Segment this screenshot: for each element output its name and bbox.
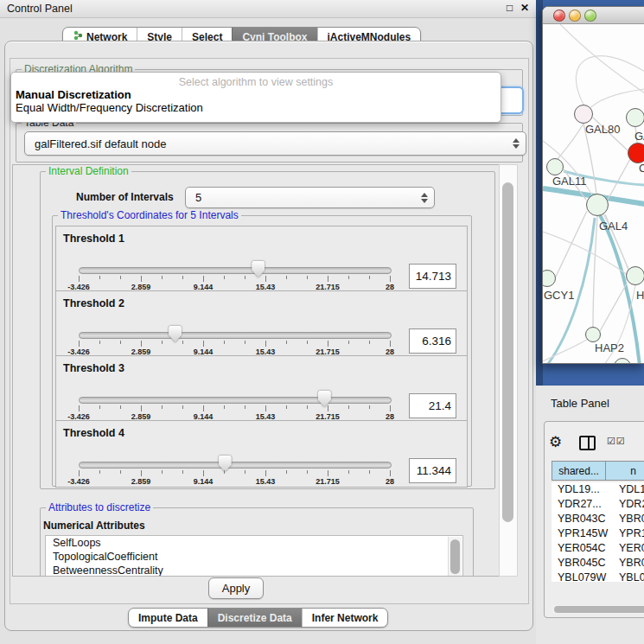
tab-impute-data[interactable]: Impute Data xyxy=(129,609,207,627)
table-cell: YBR045C xyxy=(552,556,613,571)
table-data-combobox[interactable]: galFiltered.sif default node xyxy=(24,131,526,156)
slider-ruler xyxy=(79,470,391,477)
node-table: shared... n YDL19...YDL1YDR27...YDR2YBR0… xyxy=(552,461,644,481)
popup-option-equal-width-frequency-discretization[interactable]: Equal Width/Frequency Discretization xyxy=(16,101,203,114)
number-of-intervals-combobox[interactable]: 5 xyxy=(185,187,435,208)
table-cell: YPR1 xyxy=(613,526,644,541)
apply-button[interactable]: Apply xyxy=(208,577,264,599)
popup-option-manual-discretization[interactable]: Manual Discretization xyxy=(16,88,131,101)
attributes-scrollbar[interactable] xyxy=(448,537,462,577)
network-window: GAL80GACGAL11GAL4HGCY1HAP2 xyxy=(542,6,644,364)
table-row[interactable]: YDL19...YDL1 xyxy=(552,482,644,497)
numerical-attributes-label: Numerical Attributes xyxy=(43,520,145,532)
tab-label: Infer Network xyxy=(312,612,379,624)
node-table-rows: YDL19...YDL1YDR27...YDR2YBR043CYBR0YPR14… xyxy=(552,482,644,582)
table-cell: YDR27... xyxy=(552,497,613,512)
tab-label: Discretize Data xyxy=(218,612,292,624)
stepper-icon xyxy=(513,138,520,149)
table-row[interactable]: YPR145WYPR1 xyxy=(552,526,644,541)
main-scrollbar[interactable] xyxy=(499,164,518,577)
attribute-items: SelfLoopsTopologicalCoefficientBetweenne… xyxy=(46,536,462,577)
node-gal80[interactable] xyxy=(574,105,593,124)
threshold-label: Threshold 2 xyxy=(63,297,124,309)
table-cell: YDL1 xyxy=(613,482,644,497)
threshold-label: Threshold 1 xyxy=(63,233,124,245)
node-label: GAL4 xyxy=(599,220,628,233)
number-of-intervals-label: Number of Intervals xyxy=(76,191,174,203)
network-view[interactable]: GAL80GACGAL11GAL4HGCY1HAP2 xyxy=(543,24,644,363)
threshold-value-field[interactable]: 21.4 xyxy=(409,393,456,418)
node-c[interactable] xyxy=(628,143,644,163)
table-cell: YBR0 xyxy=(613,556,644,571)
table-row[interactable]: YBL079WYBL0 xyxy=(552,571,644,582)
minimize-traffic-light[interactable] xyxy=(569,10,581,22)
table-hscroll-thumb[interactable] xyxy=(554,606,644,613)
popup-placeholder: Select algorithm to view settings xyxy=(11,76,501,88)
table-cell: YPR145W xyxy=(552,526,613,541)
bottom-tab-bar: Impute DataDiscretize DataInfer Network xyxy=(128,608,388,628)
slider-track[interactable] xyxy=(79,397,392,404)
slider-ruler xyxy=(79,341,391,348)
main-scroll-thumb[interactable] xyxy=(502,182,513,522)
close-traffic-light[interactable] xyxy=(553,10,565,22)
tab-infer-network[interactable]: Infer Network xyxy=(302,609,388,627)
threshold-panel-4: Threshold 4-3.4262.8599.14415.4321.71528… xyxy=(55,420,468,488)
split-columns-icon[interactable] xyxy=(579,436,596,450)
network-window-titlebar xyxy=(543,7,644,24)
gear-icon[interactable]: ⚙ xyxy=(549,433,562,451)
slider-tick-labels: -3.4262.8599.14415.4321.71528 xyxy=(79,477,391,486)
settings-viewport: Interval Definition Number of Intervals … xyxy=(12,164,500,577)
slider-track[interactable] xyxy=(79,267,392,274)
node-label: GCY1 xyxy=(544,289,574,302)
table-cell: YER054C xyxy=(552,541,613,556)
interval-definition-group: Interval Definition Number of Intervals … xyxy=(40,171,495,489)
table-hscrollbar[interactable] xyxy=(552,605,644,614)
threshold-value-field[interactable]: 11.344 xyxy=(409,458,456,483)
table-panel-title: Table Panel xyxy=(551,397,609,410)
attributes-group: Attributes to discretize Numerical Attri… xyxy=(40,507,474,577)
float-icon[interactable]: □ xyxy=(507,2,513,14)
threshold-label: Threshold 3 xyxy=(63,362,124,374)
table-row[interactable]: YBR045CYBR0 xyxy=(552,556,644,571)
column-header-name[interactable]: n xyxy=(606,461,644,481)
threshold-value-field[interactable]: 14.713 xyxy=(409,264,456,289)
interval-definition-label: Interval Definition xyxy=(46,165,131,177)
checkbox-icons[interactable]: ☑☑ xyxy=(607,436,626,447)
attributes-scroll-thumb[interactable] xyxy=(450,539,460,574)
table-cell: YBL079W xyxy=(552,571,613,582)
close-icon[interactable]: ✕ xyxy=(520,2,529,14)
node-gal4[interactable] xyxy=(586,194,609,216)
node-gal11[interactable] xyxy=(546,158,564,175)
node-h[interactable] xyxy=(626,266,644,285)
slider-ruler xyxy=(79,405,391,412)
control-panel-titlebar: Control Panel □ ✕ xyxy=(0,0,536,18)
node-label: GA xyxy=(634,130,644,143)
attribute-item-selfloops[interactable]: SelfLoops xyxy=(46,536,462,550)
node-hap2[interactable] xyxy=(585,327,601,342)
threshold-label: Threshold 4 xyxy=(63,427,124,439)
threshold-value-field[interactable]: 6.316 xyxy=(409,328,456,354)
table-panel-region: Table Panel ⚙ ☑☑ shared... n YDL19...YDL… xyxy=(536,386,644,644)
table-cell: YBR0 xyxy=(613,512,644,526)
slider-ruler xyxy=(79,276,391,283)
table-row[interactable]: YER054CYER0 xyxy=(552,541,644,556)
table-cell: YDL19... xyxy=(552,482,613,497)
slider-track[interactable] xyxy=(79,462,392,469)
node-ga[interactable] xyxy=(626,108,644,127)
column-header-shared-name[interactable]: shared... xyxy=(552,461,606,481)
attribute-item-topologicalcoefficient[interactable]: TopologicalCoefficient xyxy=(46,550,462,564)
slider-track[interactable] xyxy=(79,332,392,339)
attribute-item-betweennesscentrality[interactable]: BetweennessCentrality xyxy=(46,564,462,577)
table-cell: YER0 xyxy=(613,541,644,556)
attributes-group-label: Attributes to discretize xyxy=(46,501,153,513)
tab-label: Impute Data xyxy=(138,612,198,624)
table-row[interactable]: YBR043CYBR0 xyxy=(552,512,644,526)
thresholds-group: Threshold's Coordinates for 5 Intervals … xyxy=(52,215,472,487)
algorithm-popup: Select algorithm to view settings Manual… xyxy=(10,72,501,123)
zoom-traffic-light[interactable] xyxy=(584,10,596,22)
numerical-attributes-list[interactable]: SelfLoopsTopologicalCoefficientBetweenne… xyxy=(45,535,463,577)
table-row[interactable]: YDR27...YDR2 xyxy=(552,497,644,512)
tab-discretize-data[interactable]: Discretize Data xyxy=(207,609,302,627)
number-of-intervals-value: 5 xyxy=(195,191,201,204)
stepper-icon xyxy=(421,193,428,203)
